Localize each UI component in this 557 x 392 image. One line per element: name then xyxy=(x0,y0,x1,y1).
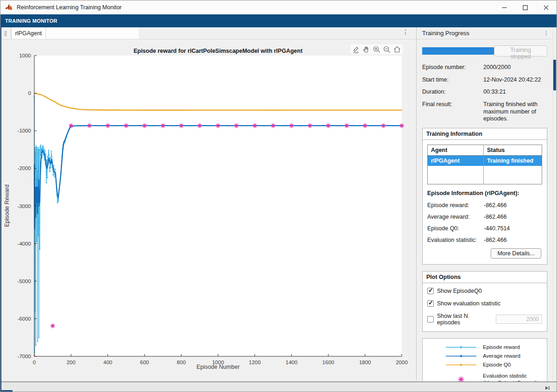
plot-options-card: Plot Options Show EpisodeQ0 Show evaluat… xyxy=(422,271,547,332)
table-empty-row xyxy=(428,166,542,184)
option-show-last-n-episodes: Show last N episodes xyxy=(427,313,542,326)
y-axis-label: Episode Reward xyxy=(4,169,10,243)
show-evaluation-statistic-checkbox[interactable] xyxy=(427,300,434,307)
option-show-episodeq0: Show EpisodeQ0 xyxy=(427,288,542,294)
tab-bar-spacer xyxy=(46,27,139,39)
average-reward-line-swatch xyxy=(446,354,476,359)
window-title: Reinforcement Learning Training Monitor xyxy=(17,4,122,11)
svg-text:-1000: -1000 xyxy=(18,128,31,133)
show-last-n-episodes-checkbox[interactable] xyxy=(427,316,434,322)
stat-start-time: Start time: 12-Nov-2024 20:42:22 xyxy=(422,76,547,84)
panel-header: Training Progress ⋮ xyxy=(417,27,553,39)
panel-title: Training Progress xyxy=(422,30,543,37)
svg-text:0: 0 xyxy=(28,90,31,96)
toolstrip-training-monitor[interactable]: TRAINING MONITOR xyxy=(0,14,557,27)
scrollbar-thumb[interactable] xyxy=(553,60,556,90)
maximize-icon xyxy=(523,5,528,10)
svg-text:1000: 1000 xyxy=(19,53,31,58)
close-icon xyxy=(544,5,549,10)
progress-row: Training stopped xyxy=(422,45,547,57)
window-left-border xyxy=(0,14,1,392)
expand-panel-icon[interactable] xyxy=(544,385,551,392)
bottom-status-strip xyxy=(0,381,557,392)
training-progress-bar xyxy=(422,47,494,55)
title-bar: Reinforcement Learning Training Monitor xyxy=(0,0,557,14)
episode-information-title: Episode Information (rlPGAgent): xyxy=(427,190,542,196)
x-axis-label: Episode Number xyxy=(34,364,402,370)
tab-rlpgagent[interactable]: rlPGAgent xyxy=(11,27,46,39)
svg-text:-6000: -6000 xyxy=(18,316,31,322)
legend-item-average-reward: Average reward xyxy=(423,352,547,360)
svg-text:-3000: -3000 xyxy=(18,203,31,209)
field-evaluation-statistic: Evaluation statistic: -862.466 xyxy=(427,237,542,243)
reward-plot[interactable]: 0200400600800100012001400160018002000100… xyxy=(0,39,416,380)
document-tab-bar: rlPGAgent ⋮ xyxy=(0,27,416,39)
tab-overflow-menu-icon[interactable]: ⋮ xyxy=(402,28,409,36)
app-window: Reinforcement Learning Training Monitor … xyxy=(0,0,557,392)
panel-overflow-menu-icon[interactable]: ⋮ xyxy=(543,30,549,37)
reward-chart-panel: Episode reward for rlCartPoleSimscapeMod… xyxy=(0,39,416,380)
panel-scrollbar[interactable] xyxy=(552,27,556,381)
more-details-button[interactable]: More Details... xyxy=(491,248,541,259)
plot-options-title: Plot Options xyxy=(423,272,547,283)
training-information-card: Training Information Agent Status rlPGAg… xyxy=(422,128,547,265)
stat-final-result: Final result: Training finished with max… xyxy=(422,101,547,123)
training-stopped-button[interactable]: Training stopped xyxy=(494,45,547,57)
stat-episode-number: Episode number: 2000/2000 xyxy=(422,64,547,71)
last-n-episodes-input[interactable] xyxy=(496,315,542,324)
minimize-icon xyxy=(502,5,507,10)
field-average-reward: Average reward: -862.466 xyxy=(427,214,542,220)
legend-item-episode-q0: Episode Q0 xyxy=(423,360,547,369)
training-progress-panel: Training Progress ⋮ Training stopped Epi… xyxy=(417,27,553,381)
agent-status-table: Agent Status rlPGAgent Training finished xyxy=(427,145,542,185)
matlab-logo-icon xyxy=(5,4,13,11)
close-button[interactable] xyxy=(536,0,557,14)
training-information-title: Training Information xyxy=(423,128,547,140)
window-controls xyxy=(494,0,557,14)
progress-stats: Episode number: 2000/2000 Start time: 12… xyxy=(422,64,547,123)
column-agent: Agent xyxy=(428,145,484,155)
episode-reward-line-swatch xyxy=(446,345,476,350)
svg-text:-7000: -7000 xyxy=(18,354,31,359)
field-episode-reward: Episode reward: -862.466 xyxy=(427,202,542,209)
progress-fill xyxy=(422,47,494,55)
maximize-button[interactable] xyxy=(515,0,536,14)
column-status: Status xyxy=(484,145,542,155)
svg-text:-2000: -2000 xyxy=(18,165,31,171)
svg-text:-4000: -4000 xyxy=(18,241,31,247)
minimize-button[interactable] xyxy=(494,0,515,14)
svg-text:-5000: -5000 xyxy=(18,278,31,284)
stat-duration: Duration: 00:33:21 xyxy=(422,89,547,96)
table-row[interactable]: rlPGAgent Training finished xyxy=(428,155,542,166)
show-episodeq0-checkbox[interactable] xyxy=(427,288,434,294)
field-episode-q0: Episode Q0: -440.7514 xyxy=(427,225,542,232)
window-corner-accent xyxy=(0,390,13,392)
episode-q0-line-swatch xyxy=(446,362,476,367)
legend-item-episode-reward: Episode reward xyxy=(423,343,547,352)
tab-grabber-icon[interactable] xyxy=(0,27,11,39)
option-show-evaluation-statistic: Show evaluation statistic xyxy=(427,300,542,307)
